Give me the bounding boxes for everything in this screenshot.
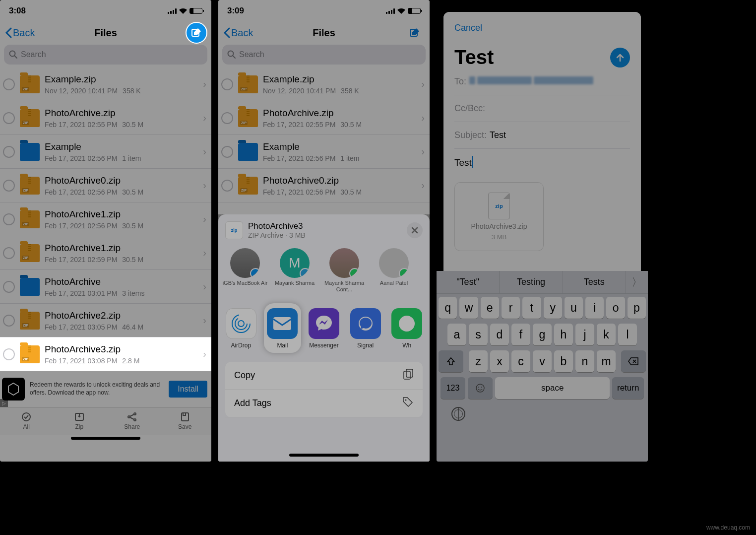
share-close-button[interactable] (407, 222, 423, 238)
arrow-up-icon (615, 53, 625, 63)
subject-field[interactable]: Subject: Test (454, 122, 630, 149)
expand-suggestions[interactable]: 〉 (626, 271, 648, 293)
file-row[interactable]: PhotoArchive3.zip Feb 17, 2021 03:08 PM2… (0, 337, 211, 371)
screenshot-3-mail-compose: Cancel Test To: Cc/Bcc: Subject: Test Te… (437, 0, 648, 462)
svg-point-19 (405, 400, 407, 401)
key-h[interactable]: h (554, 324, 573, 345)
send-button[interactable] (610, 48, 630, 67)
key-e[interactable]: e (481, 297, 499, 319)
suggestion-bar[interactable]: "Test"TestingTests〉 (437, 271, 648, 294)
suggestion[interactable]: Tests (563, 271, 626, 293)
key-v[interactable]: v (533, 350, 552, 372)
svg-point-11 (238, 321, 244, 327)
copy-icon (403, 368, 414, 383)
file-meta: Feb 17, 2021 03:08 PM2.8 M (45, 357, 198, 365)
key-z[interactable]: z (469, 350, 488, 372)
key-o[interactable]: o (606, 297, 625, 319)
share-contacts-row[interactable]: iGB's MacBook AirMMayank SharmaMayank Sh… (218, 244, 430, 300)
screenshot-1-files-list: 3:08 Back Files Search Example.zip Nov 1… (0, 0, 211, 462)
share-file-subtitle: ZIP Archive · 3 MB (248, 231, 402, 239)
key-x[interactable]: x (490, 350, 509, 372)
emoji-icon (475, 383, 485, 393)
text-cursor (472, 156, 473, 168)
backspace-icon (628, 357, 639, 365)
key-k[interactable]: k (597, 324, 616, 345)
key-r[interactable]: r (502, 297, 520, 319)
compose-sheet: Cancel Test To: Cc/Bcc: Subject: Test Te… (443, 12, 641, 272)
share-app-airdrop[interactable]: AirDrop (220, 308, 262, 349)
share-header: zip PhotoArchive3 ZIP Archive · 3 MB (218, 214, 430, 244)
wh-app-icon (391, 308, 422, 339)
key-g[interactable]: g (533, 324, 552, 345)
share-action-copy[interactable]: Copy (225, 362, 423, 390)
key-i[interactable]: i (585, 297, 604, 319)
share-contact[interactable]: Aanal Patel (369, 248, 419, 293)
svg-point-22 (481, 387, 482, 388)
share-apps-row[interactable]: AirDropMailMessengerSignalWh (218, 300, 430, 353)
key-b[interactable]: b (554, 350, 573, 372)
airdrop-badge-icon (250, 268, 260, 278)
keyboard[interactable]: "Test"TestingTests〉 qwertyuiop asdfghjkl… (437, 271, 648, 462)
share-action-add-tags[interactable]: Add Tags (225, 390, 423, 417)
mail-app-icon (267, 308, 298, 339)
key-c[interactable]: c (511, 350, 530, 372)
cancel-button[interactable]: Cancel (454, 23, 482, 33)
share-app-messenger[interactable]: Messenger (303, 308, 345, 349)
suggestion[interactable]: Testing (500, 271, 563, 293)
to-recipient (469, 76, 593, 87)
attachment-thumb: zip (488, 193, 510, 219)
key-p[interactable]: p (628, 297, 646, 319)
dim-overlay (0, 0, 211, 462)
key-t[interactable]: t (522, 297, 541, 319)
globe-icon[interactable] (451, 407, 465, 421)
chevron-right-icon: › (203, 348, 206, 360)
share-sheet: zip PhotoArchive3 ZIP Archive · 3 MB iGB… (218, 214, 430, 462)
share-contact[interactable]: MMayank Sharma (270, 248, 319, 293)
numeric-key[interactable]: 123 (441, 377, 465, 399)
key-q[interactable]: q (439, 297, 457, 319)
share-app-mail[interactable]: Mail (262, 308, 304, 349)
home-indicator[interactable] (289, 454, 359, 457)
ccbcc-field[interactable]: Cc/Bcc: (454, 95, 630, 122)
compose-icon (191, 27, 202, 38)
select-radio[interactable] (3, 348, 15, 360)
whatsapp-badge-icon (399, 268, 409, 278)
key-n[interactable]: n (575, 350, 594, 372)
key-w[interactable]: w (459, 297, 478, 319)
share-app-wh[interactable]: Wh (386, 308, 428, 349)
share-file-name: PhotoArchive3 (248, 221, 402, 231)
attachment-card[interactable]: zip PhotoArchive3.zip 3 MB (454, 182, 544, 251)
key-y[interactable]: y (544, 297, 562, 319)
share-app-signal[interactable]: Signal (345, 308, 386, 349)
compose-button[interactable] (187, 23, 206, 43)
key-f[interactable]: f (511, 324, 530, 345)
suggestion[interactable]: "Test" (437, 271, 500, 293)
share-contact[interactable]: Mayank Sharma Cont... (319, 248, 369, 293)
svg-point-16 (399, 316, 415, 332)
contact-avatar (379, 248, 409, 278)
space-key[interactable]: space (495, 377, 610, 399)
key-a[interactable]: a (447, 324, 466, 345)
tag-icon (402, 396, 414, 410)
key-s[interactable]: s (469, 324, 488, 345)
svg-point-12 (235, 318, 247, 330)
shift-key[interactable] (439, 350, 463, 372)
file-name: PhotoArchive3.zip (45, 344, 198, 355)
attachment-name: PhotoArchive3.zip (471, 222, 527, 230)
backspace-key[interactable] (621, 350, 646, 372)
contact-avatar (230, 248, 260, 278)
key-m[interactable]: m (597, 350, 616, 372)
return-key[interactable]: return (612, 377, 644, 399)
signal-app-icon (350, 308, 381, 339)
key-j[interactable]: j (575, 324, 594, 345)
to-field[interactable]: To: (454, 68, 630, 95)
key-l[interactable]: l (618, 324, 637, 345)
key-d[interactable]: d (490, 324, 509, 345)
subject-value: Test (490, 130, 506, 140)
share-contact[interactable]: iGB's MacBook Air (220, 248, 270, 293)
attachment-size: 3 MB (492, 233, 506, 241)
svg-rect-17 (404, 371, 410, 379)
body-field[interactable]: Test (454, 149, 630, 175)
key-u[interactable]: u (565, 297, 583, 319)
emoji-key[interactable] (468, 377, 493, 399)
